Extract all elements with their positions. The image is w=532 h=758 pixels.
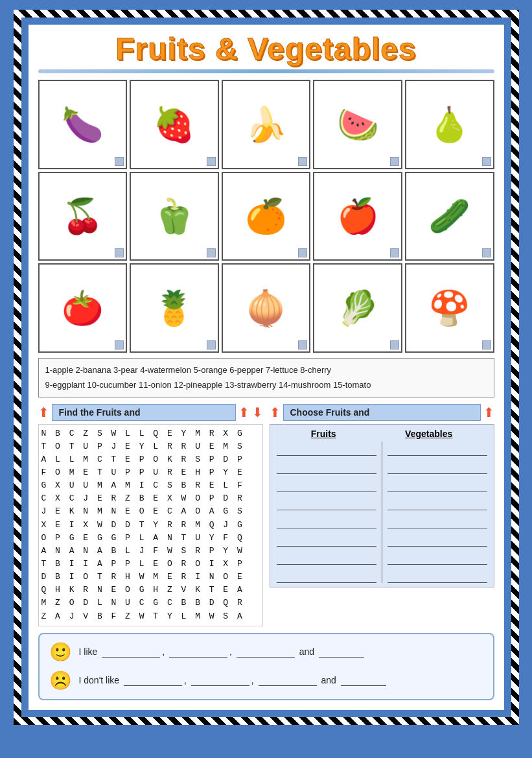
dont-like-row: ☹️ I don't like , , and bbox=[49, 669, 483, 693]
fruit-cell-pineapple: 🍍 bbox=[130, 263, 219, 353]
arrow-up-icon2: ⬆ bbox=[238, 405, 249, 420]
ws-row-10: A N A N A B L J F W S R P Y W bbox=[41, 545, 260, 558]
fruit-line-3[interactable] bbox=[277, 478, 376, 492]
outer-border: Fruits & Vegetables 🍆 🍓 🍌 🍉 🍐 bbox=[14, 10, 519, 725]
ws-row-7: J E K N M N E O E C A O A G S bbox=[41, 505, 260, 518]
veg-line-4[interactable] bbox=[387, 496, 487, 510]
ws-row-13: Q H K R N E O G H Z V K T E A bbox=[41, 584, 260, 597]
cell-corner bbox=[115, 340, 124, 349]
cell-corner bbox=[298, 248, 307, 257]
cell-corner bbox=[482, 248, 491, 257]
dontlike-fill-1[interactable] bbox=[124, 675, 182, 686]
cell-corner bbox=[115, 248, 124, 257]
ws-row-5: G X U U M A M I C S B R E L F bbox=[41, 479, 260, 492]
like-text-label: I like bbox=[79, 646, 98, 657]
cell-corner bbox=[482, 157, 491, 166]
veg-line-1[interactable] bbox=[387, 442, 487, 456]
lettuce-emoji: 🥬 bbox=[337, 291, 379, 325]
veg-line-5[interactable] bbox=[387, 514, 487, 528]
apple-emoji: 🍎 bbox=[337, 199, 379, 233]
arrow-up-icon4: ⬆ bbox=[483, 405, 494, 420]
fruit-cell-mushroom: 🍄 bbox=[405, 263, 494, 353]
veg-line-2[interactable] bbox=[387, 460, 487, 474]
like-label: I like , , and bbox=[79, 646, 366, 657]
veg-line-6[interactable] bbox=[387, 532, 487, 547]
like-fill-4[interactable] bbox=[319, 646, 364, 657]
right-panel: ⬆ Choose Fruits and ⬆ Fruits Vegetables bbox=[270, 404, 494, 626]
ws-row-14: M Z O D L N U C G C B B D Q R bbox=[41, 597, 260, 610]
dontlike-fill-2[interactable] bbox=[191, 675, 249, 686]
orange-emoji: 🍊 bbox=[245, 199, 287, 233]
cell-corner bbox=[115, 157, 124, 166]
like-fill-2[interactable] bbox=[169, 646, 227, 657]
happy-smiley-icon: 🙂 bbox=[49, 641, 73, 664]
veg-line-3[interactable] bbox=[387, 478, 487, 492]
fruit-cell-onion: 🧅 bbox=[222, 263, 311, 353]
fruit-line-2[interactable] bbox=[277, 460, 376, 474]
section1-header-box: Find the Fruits and bbox=[52, 404, 236, 421]
right-table: Fruits Vegetables bbox=[270, 424, 494, 587]
like-row: 🙂 I like , , and bbox=[49, 641, 483, 664]
section2-header-box: Choose Fruits and bbox=[283, 404, 481, 421]
table-columns bbox=[277, 442, 487, 583]
fruits-col bbox=[277, 442, 376, 583]
like-fill-3[interactable] bbox=[237, 646, 295, 657]
fruit-line-5[interactable] bbox=[277, 514, 376, 528]
ws-row-1: N B C Z S W L L Q E Y M R X G bbox=[41, 427, 260, 440]
cell-corner bbox=[390, 248, 399, 257]
fruit-cell-pepper: 🫑 bbox=[130, 172, 219, 261]
title-underline bbox=[38, 69, 494, 73]
pear-emoji: 🍐 bbox=[428, 108, 470, 141]
arrow-up-icon3: ⬆ bbox=[270, 405, 281, 420]
fruit-line-8[interactable] bbox=[277, 569, 376, 583]
like-section: 🙂 I like , , and ☹️ I don't like , , bbox=[38, 633, 494, 700]
arrow-up-icon: ⬆ bbox=[38, 405, 49, 420]
fruit-line-7[interactable] bbox=[277, 551, 376, 565]
ws-row-15: Z A J V B F Z W T Y L M W S A bbox=[41, 610, 260, 623]
fruit-cell-apple: 🍎 bbox=[313, 172, 402, 261]
eggplant-emoji: 🍆 bbox=[62, 108, 104, 141]
word-list-line1: 1-apple 2-banana 3-pear 4-watermelon 5-o… bbox=[45, 362, 487, 377]
cell-corner bbox=[482, 340, 491, 349]
onion-emoji: 🧅 bbox=[245, 291, 287, 325]
ws-row-4: F O M E T U P P U R E H P Y E bbox=[41, 466, 260, 479]
table-divider bbox=[382, 442, 382, 583]
cherry-emoji: 🍒 bbox=[62, 199, 104, 233]
fruit-line-1[interactable] bbox=[277, 442, 376, 456]
vegetables-col-label: Vegetables bbox=[405, 429, 452, 439]
cell-corner bbox=[390, 157, 399, 166]
cell-corner bbox=[207, 248, 216, 257]
fruit-cell-tomato: 🍅 bbox=[38, 263, 128, 353]
mushroom-emoji: 🍄 bbox=[428, 291, 470, 325]
vegetables-col bbox=[387, 442, 487, 583]
fruit-cell-lettuce: 🥬 bbox=[313, 263, 402, 353]
watermelon-emoji: 🍉 bbox=[337, 108, 379, 141]
fruit-line-4[interactable] bbox=[277, 496, 376, 510]
veg-line-8[interactable] bbox=[387, 569, 487, 583]
cucumber-emoji: 🥒 bbox=[428, 199, 470, 233]
arrow-down-icon: ⬇ bbox=[252, 405, 263, 420]
dont-like-label: I don't like , , and bbox=[79, 675, 388, 686]
right-table-header: Fruits Vegetables bbox=[277, 429, 487, 439]
ws-row-6: C X C J E R Z B E X W O P D R bbox=[41, 492, 260, 505]
wordsearch-grid: N B C Z S W L L Q E Y M R X G T O T U P … bbox=[38, 424, 263, 626]
word-list-box: 1-apple 2-banana 3-pear 4-watermelon 5-o… bbox=[38, 358, 494, 397]
ws-row-2: T O T U P J E Y L R R U E M S bbox=[41, 440, 260, 453]
fruit-cell-eggplant: 🍆 bbox=[38, 80, 128, 169]
fruit-line-6[interactable] bbox=[277, 532, 376, 547]
veg-line-7[interactable] bbox=[387, 551, 487, 565]
dontlike-fill-4[interactable] bbox=[341, 675, 386, 686]
ws-row-8: X E I X W D D T Y R R M Q J G bbox=[41, 519, 260, 532]
sad-smiley-icon: ☹️ bbox=[49, 669, 73, 693]
fruit-cell-cherry: 🍒 bbox=[38, 172, 128, 261]
tomato-emoji: 🍅 bbox=[62, 291, 104, 325]
cell-corner bbox=[298, 340, 307, 349]
dontlike-fill-3[interactable] bbox=[259, 675, 317, 686]
ws-row-3: A L L M C T E P O K R S P D P bbox=[41, 453, 260, 466]
strawberry-emoji: 🍓 bbox=[153, 108, 195, 141]
fruit-cell-banana: 🍌 bbox=[222, 80, 311, 169]
like-fill-1[interactable] bbox=[102, 646, 160, 657]
ws-row-11: T B I I A P P L E O R O I X P bbox=[41, 558, 260, 571]
cell-corner bbox=[390, 340, 399, 349]
page-title: Fruits & Vegetables bbox=[38, 31, 494, 67]
